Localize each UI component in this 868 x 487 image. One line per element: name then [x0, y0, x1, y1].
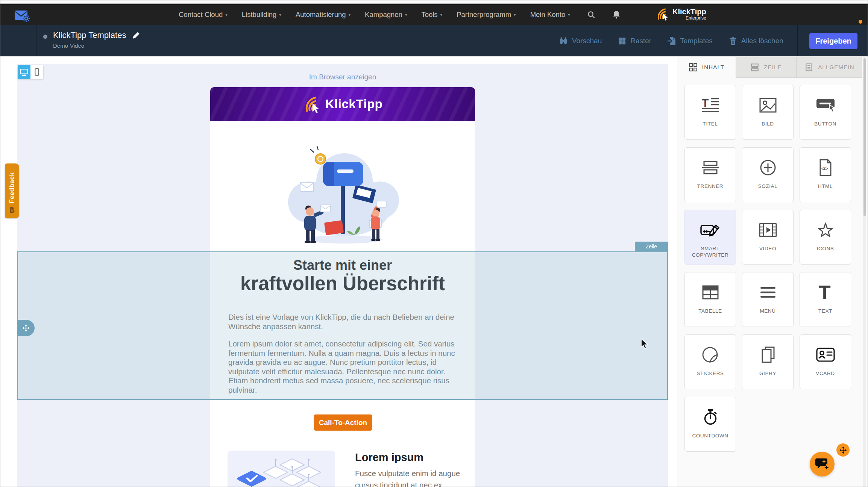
chevron-down-icon: ▾ [225, 13, 228, 17]
status-dot [43, 35, 47, 39]
vcard-icon [816, 344, 835, 366]
chevron-down-icon: ▾ [405, 13, 407, 17]
text-icon: T [818, 281, 833, 303]
tile-titel[interactable]: T TITEL [684, 85, 736, 140]
nav-item-tools[interactable]: Tools ▾ [421, 11, 442, 19]
tile-menü[interactable]: MENÜ [742, 272, 794, 327]
button-icon [816, 94, 835, 116]
stickers-icon [702, 344, 719, 366]
tile-stickers[interactable]: STICKERS [684, 334, 736, 389]
nav-item-automatisierung[interactable]: Automatisierung ▾ [296, 11, 351, 19]
row-drag-handle[interactable] [17, 320, 35, 336]
klicktipp-template-editor: Contact Cloud ▾ Listbuilding ▾ Automatis… [0, 0, 868, 487]
tile-icons[interactable]: ICONS [800, 210, 851, 265]
content-block-grid: T TITEL BILD BUTTON TRENNER SOZIAL </> H… [684, 85, 851, 452]
klicktipp-logo[interactable]: KlickTipp Enterprise [656, 7, 706, 21]
klicktipp-mark-icon [303, 95, 321, 113]
video-icon [759, 219, 777, 241]
tile-text[interactable]: T TEXT [800, 272, 851, 327]
brand-edition: Enterprise [672, 16, 706, 21]
bell-icon[interactable] [612, 10, 621, 19]
section2-text: Fusce vulputate enim id augue cursus tin… [355, 467, 464, 487]
mobile-preview-button[interactable] [30, 65, 43, 79]
tile-vcard[interactable]: VCARD [800, 334, 851, 389]
page-tab-icon [804, 63, 813, 72]
klicktipp-mark-icon [656, 7, 669, 21]
brand-name: KlickTipp [672, 8, 706, 16]
table-icon [702, 281, 719, 303]
checklist-illustration-card[interactable] [228, 451, 335, 487]
chevron-down-icon: ▾ [514, 13, 516, 17]
selected-row-overlay[interactable]: Zeile [17, 251, 668, 400]
svg-text:</>: </> [821, 166, 828, 171]
tab-allgemein[interactable]: ALLGEMEIN [796, 57, 862, 78]
nav-item-partnerprogramm[interactable]: Partnerprogramm ▾ [457, 11, 516, 19]
template-arrow-icon [667, 36, 676, 46]
view-in-browser-link[interactable]: Im Browser anzeigen [210, 73, 475, 81]
tile-trenner[interactable]: TRENNER [684, 147, 736, 202]
tile-giphy[interactable]: GIPHY [742, 334, 794, 389]
template-subtitle: Demo-Video [53, 42, 84, 49]
move-icon [839, 446, 847, 454]
toolbar-action-templates[interactable]: Templates [667, 36, 713, 46]
mailbox-illustration[interactable] [281, 140, 405, 249]
tile-video[interactable]: VIDEO [742, 210, 794, 265]
search-icon[interactable] [587, 10, 596, 19]
content-sidebar: INHALT ZEILE ALLGEMEIN T TITEL BILD [677, 57, 868, 487]
desktop-preview-button[interactable] [18, 65, 30, 79]
tile-sozial[interactable]: SOZIAL [742, 147, 794, 202]
title-icon: T [701, 94, 719, 116]
toolbar-divider [797, 25, 798, 56]
window-chrome-strip [0, 0, 868, 4]
nav-item-kampagnen[interactable]: Kampagnen ▾ [365, 11, 407, 19]
binoculars-icon [558, 36, 568, 45]
chat-widget-move-button[interactable] [836, 443, 850, 457]
chevron-down-icon: ▾ [440, 13, 443, 17]
toolbar-action-alles-löschen[interactable]: Alles löschen [728, 36, 783, 46]
giphy-icon [760, 344, 775, 366]
trash-icon [728, 36, 737, 46]
tile-smart-copywriter[interactable]: SMART COPYWRITER [684, 210, 736, 265]
tile-tabelle[interactable]: TABELLE [684, 272, 736, 327]
nav-item-contact-cloud[interactable]: Contact Cloud ▾ [179, 11, 228, 19]
row-tag-label: Zeile [635, 242, 668, 251]
feedback-label: Feedback [8, 172, 16, 203]
move-icon [22, 324, 30, 332]
grid-tab-icon [689, 63, 698, 72]
mail-gear-icon[interactable] [14, 9, 30, 23]
toolbar-action-vorschau[interactable]: Vorschau [558, 36, 602, 45]
grid-icon [618, 36, 627, 45]
chevron-down-icon: ▾ [568, 13, 570, 17]
tile-countdown[interactable]: COUNTDOWN [684, 397, 736, 452]
tile-html[interactable]: </> HTML [800, 147, 851, 202]
toolbar-action-raster[interactable]: Raster [618, 36, 651, 45]
tab-inhalt[interactable]: INHALT [677, 57, 736, 78]
tile-button[interactable]: BUTTON [800, 85, 851, 140]
countdown-icon [703, 406, 718, 428]
banner-brand-text: KlickTipp [325, 97, 382, 111]
edit-title-pencil-icon[interactable] [132, 31, 140, 39]
chevron-down-icon: ▾ [349, 13, 351, 17]
svg-text:T: T [819, 284, 831, 301]
email-header-banner[interactable]: KlickTipp [210, 87, 475, 121]
toolbar-divider [36, 25, 36, 56]
section2-title: Lorem ipsum [355, 451, 423, 464]
publish-button[interactable]: Freigeben [809, 33, 857, 49]
nav-item-listbuilding[interactable]: Listbuilding ▾ [242, 11, 281, 19]
nav-item-mein-konto[interactable]: Mein Konto ▾ [530, 11, 570, 19]
tab-zeile[interactable]: ZEILE [736, 57, 796, 78]
chat-widget-button[interactable] [810, 452, 835, 476]
template-title: KlickTipp Templates [53, 30, 126, 40]
cta-button[interactable]: Call-To-Action [314, 414, 372, 431]
html-icon: </> [818, 157, 833, 178]
sidebar-scrollbar[interactable] [863, 57, 866, 487]
phone-icon [33, 68, 41, 77]
tile-bild[interactable]: BILD [742, 85, 794, 140]
divider-icon [701, 157, 719, 178]
smart-copywriter-icon [700, 219, 721, 241]
template-title-row: KlickTipp Templates [53, 30, 140, 40]
device-preview-toggle [17, 65, 44, 80]
scrollbar-thumb[interactable] [863, 58, 866, 216]
feedback-tab[interactable]: Feedback [5, 163, 19, 218]
sidebar-tabs: INHALT ZEILE ALLGEMEIN [677, 57, 862, 78]
